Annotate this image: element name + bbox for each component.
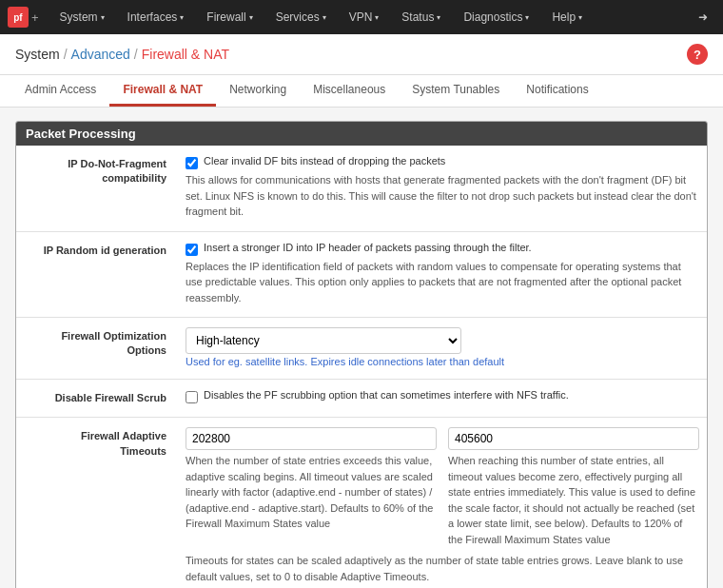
row-adaptive-timeouts: Firewall AdaptiveTimeouts When the numbe… — [16, 418, 707, 588]
label-adaptive-timeouts: Firewall AdaptiveTimeouts — [16, 425, 178, 588]
input-adaptive-start[interactable] — [186, 427, 437, 450]
top-nav: pf + System ▾ Interfaces ▾ Firewall ▾ Se… — [0, 0, 723, 34]
desc-random-id: Replaces the IP identification field of … — [186, 259, 699, 306]
nav-diagnostics-caret: ▾ — [525, 13, 529, 22]
select-firewall-optimization[interactable]: Normal High-latency Conservative Aggress… — [186, 327, 461, 354]
label-firewall-optimization: Firewall OptimizationOptions — [16, 325, 178, 371]
nav-diagnostics[interactable]: Diagnostics ▾ — [454, 0, 538, 34]
checkbox-row-scrub: Disables the PF scrubbing option that ca… — [186, 389, 699, 403]
link-note-optimization[interactable]: Used for eg. satellite links. Expires id… — [186, 356, 699, 367]
row-ip-random-id: IP Random id generation Insert a stronge… — [16, 232, 707, 319]
row-ip-do-not-fragment: IP Do-Not-Fragmentcompatibility Clear in… — [16, 146, 707, 232]
adaptive-col-end: When reaching this number of state entri… — [448, 427, 699, 547]
breadcrumb: System / Advanced / Firewall & NAT — [15, 47, 229, 62]
checkbox-row-df: Clear invalid DF bits instead of droppin… — [186, 155, 699, 169]
breadcrumb-bar: System / Advanced / Firewall & NAT ? — [0, 34, 723, 75]
tab-miscellaneous[interactable]: Miscellaneous — [300, 75, 399, 107]
nav-status[interactable]: Status ▾ — [392, 0, 450, 34]
nav-interfaces[interactable]: Interfaces ▾ — [118, 0, 194, 34]
adaptive-col-start: When the number of state entries exceeds… — [186, 427, 437, 547]
breadcrumb-system[interactable]: System — [15, 47, 60, 62]
nav-services[interactable]: Services ▾ — [266, 0, 336, 34]
desc-adaptive-end: When reaching this number of state entri… — [448, 453, 699, 547]
tab-bar: Admin Access Firewall & NAT Networking M… — [0, 75, 723, 108]
tab-firewall-nat[interactable]: Firewall & NAT — [109, 75, 216, 107]
packet-processing-section: Packet Processing IP Do-Not-Fragmentcomp… — [15, 121, 708, 588]
input-adaptive-end[interactable] — [448, 427, 699, 450]
desc-df: This allows for communications with host… — [186, 172, 699, 220]
breadcrumb-sep2: / — [134, 47, 138, 62]
content-disable-scrub: Disables the PF scrubbing option that ca… — [178, 387, 707, 409]
adaptive-timeouts-note: Timeouts for states can be scaled adapti… — [186, 553, 699, 584]
breadcrumb-sep1: / — [64, 47, 68, 62]
content-adaptive-timeouts: When the number of state entries exceeds… — [178, 425, 707, 588]
desc-adaptive-start: When the number of state entries exceeds… — [186, 453, 437, 532]
breadcrumb-advanced[interactable]: Advanced — [71, 47, 130, 62]
nav-help[interactable]: Help ▾ — [542, 0, 592, 34]
nav-firewall-caret: ▾ — [249, 13, 253, 22]
help-icon[interactable]: ? — [687, 44, 708, 65]
logo-icon: pf — [8, 7, 29, 28]
tab-networking[interactable]: Networking — [216, 75, 300, 107]
logo-plus: + — [31, 10, 39, 25]
nav-vpn-caret: ▾ — [375, 13, 379, 22]
logo: pf + — [8, 7, 39, 28]
label-ip-random-id: IP Random id generation — [16, 240, 178, 310]
row-firewall-optimization: Firewall OptimizationOptions Normal High… — [16, 318, 707, 380]
tab-admin-access[interactable]: Admin Access — [11, 75, 109, 107]
nav-help-caret: ▾ — [578, 13, 582, 22]
row-disable-scrub: Disable Firewall Scrub Disables the PF s… — [16, 380, 707, 418]
breadcrumb-current: Firewall & NAT — [142, 47, 229, 62]
adaptive-cols: When the number of state entries exceeds… — [186, 427, 699, 547]
checkbox-row-random-id: Insert a stronger ID into IP header of p… — [186, 242, 699, 256]
section-title: Packet Processing — [16, 122, 707, 146]
nav-system[interactable]: System ▾ — [50, 0, 114, 34]
checkbox-label-random-id: Insert a stronger ID into IP header of p… — [204, 242, 532, 253]
checkbox-df[interactable] — [186, 157, 198, 169]
label-ip-do-not-fragment: IP Do-Not-Fragmentcompatibility — [16, 153, 178, 224]
content-ip-random-id: Insert a stronger ID into IP header of p… — [178, 240, 707, 310]
nav-vpn[interactable]: VPN ▾ — [340, 0, 389, 34]
nav-system-caret: ▾ — [101, 13, 105, 22]
content-ip-do-not-fragment: Clear invalid DF bits instead of droppin… — [178, 153, 707, 224]
checkbox-scrub[interactable] — [186, 391, 198, 403]
content: Packet Processing IP Do-Not-Fragmentcomp… — [0, 108, 723, 588]
checkbox-label-df: Clear invalid DF bits instead of droppin… — [204, 155, 445, 167]
nav-status-caret: ▾ — [437, 13, 440, 22]
nav-services-caret: ▾ — [322, 13, 326, 22]
checkbox-label-scrub: Disables the PF scrubbing option that ca… — [204, 389, 569, 401]
nav-arrow-icon[interactable]: ➜ — [691, 0, 715, 34]
tab-notifications[interactable]: Notifications — [513, 75, 601, 107]
logo-pf-text: pf — [13, 12, 22, 23]
nav-interfaces-caret: ▾ — [180, 13, 184, 22]
label-disable-scrub: Disable Firewall Scrub — [16, 387, 178, 409]
checkbox-random-id[interactable] — [186, 244, 198, 256]
content-firewall-optimization: Normal High-latency Conservative Aggress… — [178, 325, 707, 371]
nav-firewall[interactable]: Firewall ▾ — [197, 0, 262, 34]
tab-system-tunables[interactable]: System Tunables — [399, 75, 513, 107]
